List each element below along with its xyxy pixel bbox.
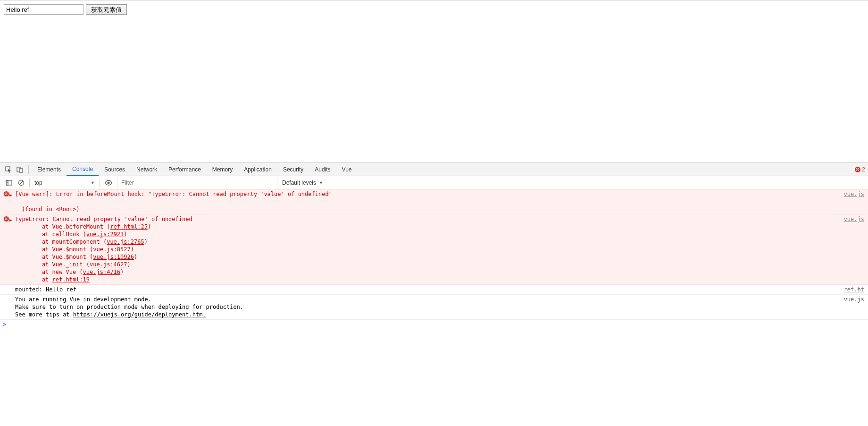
tab-console[interactable]: Console: [67, 163, 99, 176]
source-link[interactable]: ref.ht: [844, 286, 865, 293]
error-count-badge[interactable]: ✕ 2: [855, 166, 865, 173]
filter-input[interactable]: [117, 176, 277, 189]
error-icon: ✕: [3, 190, 9, 213]
divider: [100, 179, 100, 187]
device-toggle-icon[interactable]: [16, 166, 24, 173]
divider: [28, 165, 29, 174]
stack-link[interactable]: vue.js:2921: [86, 231, 124, 238]
tab-elements[interactable]: Elements: [32, 163, 67, 176]
live-expression-icon[interactable]: [104, 178, 113, 187]
log-levels-selector[interactable]: Default levels ▼: [277, 179, 328, 186]
svg-rect-2: [19, 169, 23, 172]
divider: [29, 179, 30, 187]
stack-link[interactable]: vue.js:8527: [93, 246, 130, 253]
svg-point-7: [108, 181, 110, 184]
dropdown-icon: ▼: [319, 180, 323, 185]
spacer: [3, 286, 9, 293]
console-log-row: You are running Vue in development mode.…: [0, 295, 868, 320]
svg-rect-3: [6, 180, 12, 185]
page-content: 获取元素值: [0, 0, 868, 162]
stack-link[interactable]: vue.js:10926: [93, 254, 134, 260]
spacer: [3, 296, 9, 318]
source-link[interactable]: vue.js: [844, 296, 865, 318]
console-error-row: ✕ ▶ [Vue warn]: Error in beforeMount hoo…: [0, 189, 868, 214]
stack-link[interactable]: vue.js:2765: [107, 239, 144, 245]
expand-icon[interactable]: ▶: [9, 215, 14, 283]
console-toolbar: top ▼ Default levels ▼: [0, 176, 868, 189]
stack-link[interactable]: ref.html:25: [110, 223, 147, 230]
prompt-icon: >: [3, 321, 6, 328]
inspect-icon[interactable]: [5, 166, 12, 173]
context-selector[interactable]: top ▼: [32, 179, 98, 186]
error-count: 2: [862, 166, 865, 173]
error-icon: ✕: [3, 215, 9, 283]
log-message: [Vue warn]: Error in beforeMount hook: "…: [14, 190, 844, 213]
console-output: ✕ ▶ [Vue warn]: Error in beforeMount hoo…: [0, 189, 868, 329]
tab-performance[interactable]: Performance: [163, 163, 207, 176]
context-label: top: [34, 179, 42, 186]
console-prompt[interactable]: >: [0, 320, 868, 329]
console-sidebar-toggle-icon[interactable]: [5, 179, 13, 187]
tab-audits[interactable]: Audits: [309, 163, 336, 176]
clear-console-icon[interactable]: [17, 179, 25, 187]
tab-network[interactable]: Network: [131, 163, 163, 176]
log-message: You are running Vue in development mode.…: [9, 296, 844, 318]
source-link[interactable]: vue.js: [844, 215, 865, 283]
stack-link[interactable]: vue.js:4716: [83, 269, 120, 275]
svg-line-6: [20, 181, 23, 184]
log-message: TypeError: Cannot read property 'value' …: [14, 215, 844, 283]
devtools-panel: Elements Console Sources Network Perform…: [0, 162, 868, 329]
tab-application[interactable]: Application: [238, 163, 277, 176]
get-value-button[interactable]: 获取元素值: [86, 4, 127, 15]
tips-link[interactable]: https://vuejs.org/guide/deployment.html: [73, 311, 206, 318]
log-message: mounted: Hello ref: [9, 286, 844, 293]
stack-link[interactable]: ref.html:19: [52, 276, 90, 283]
error-icon: ✕: [855, 167, 860, 172]
tab-security[interactable]: Security: [277, 163, 309, 176]
stack-link[interactable]: vue.js:4627: [90, 261, 127, 268]
dropdown-icon: ▼: [91, 180, 95, 185]
expand-icon[interactable]: ▶: [9, 190, 14, 213]
ref-input[interactable]: [4, 4, 83, 15]
devtools-tabbar: Elements Console Sources Network Perform…: [0, 163, 868, 176]
console-error-row: ✕ ▶ TypeError: Cannot read property 'val…: [0, 214, 868, 285]
tab-vue[interactable]: Vue: [336, 163, 358, 176]
console-log-row: mounted: Hello ref ref.ht: [0, 285, 868, 295]
tab-sources[interactable]: Sources: [99, 163, 131, 176]
levels-label: Default levels: [282, 179, 316, 186]
tab-memory[interactable]: Memory: [207, 163, 238, 176]
source-link[interactable]: vue.js: [844, 190, 865, 213]
